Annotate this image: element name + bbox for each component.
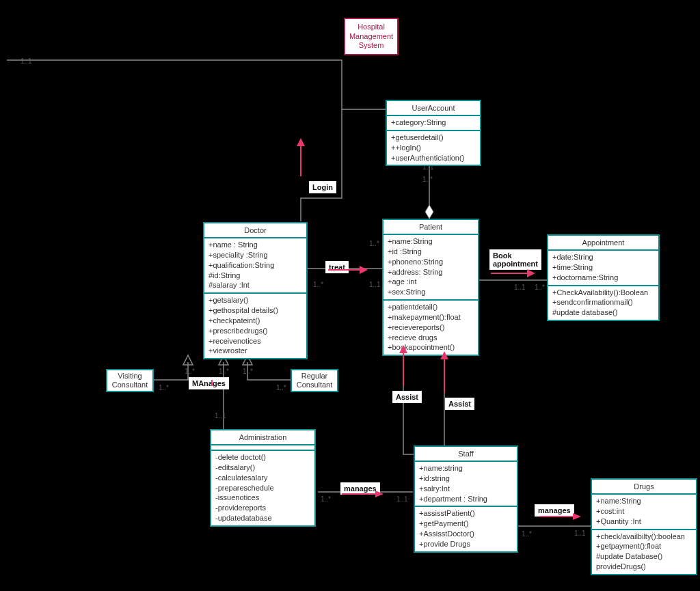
label-manages-doctor: MAnages xyxy=(189,377,229,389)
ops: +patientdetail() +makepayment():float +r… xyxy=(383,301,478,355)
label-assist-2: Assist xyxy=(445,398,474,410)
svg-text:1..*: 1..* xyxy=(369,240,379,247)
label-assist-1: Assist xyxy=(392,391,422,403)
label-treat: treat xyxy=(325,261,349,273)
ops: -delete doctot() -editsalary() -calculat… xyxy=(211,451,314,525)
svg-text:1..1: 1..1 xyxy=(574,530,586,537)
label-login: Login xyxy=(309,181,336,193)
attrs: +date:String +time:String +doctorname:St… xyxy=(548,251,658,286)
ops: +getuserdetail() ++logIn() +userAuthenti… xyxy=(387,131,480,165)
class-patient[interactable]: Patient +name:String +id :String +phonen… xyxy=(382,219,479,356)
svg-text:1..1: 1..1 xyxy=(514,284,526,291)
class-staff[interactable]: Staff +name:string +id:string +salry:Int… xyxy=(414,445,518,553)
class-drugs[interactable]: Drugs +name:String +cost:int +Quantity :… xyxy=(591,478,697,575)
class-title: Doctor xyxy=(204,223,306,238)
svg-text:1..*: 1..* xyxy=(276,384,286,391)
attrs xyxy=(211,445,314,451)
diagram-title: Hospital Management System xyxy=(344,18,399,55)
svg-text:1..*: 1..* xyxy=(185,368,195,375)
attrs: +name:string +id:string +salry:Int +depa… xyxy=(415,462,517,507)
class-title: Staff xyxy=(415,447,517,462)
class-title: Appointment xyxy=(548,236,658,251)
ops: +check/availbilty():boolean +getpayment(… xyxy=(592,530,696,574)
attrs: +category:String xyxy=(387,116,480,131)
svg-text:1..1: 1..1 xyxy=(215,412,226,420)
class-appointment[interactable]: Appointment +date:String +time:String +d… xyxy=(547,234,660,321)
svg-text:1..*: 1..* xyxy=(243,368,253,375)
label-manages-staff: manages xyxy=(340,482,380,495)
class-administration[interactable]: Administration -delete doctot() -editsal… xyxy=(210,429,316,527)
svg-text:1..1: 1..1 xyxy=(369,281,381,288)
class-useraccount[interactable]: UserAccount +category:String +getuserdet… xyxy=(386,100,481,166)
svg-text:1..*: 1..* xyxy=(313,281,323,288)
attrs: +name:String +cost:int +Quantity :Int xyxy=(592,495,696,530)
svg-text:1..*: 1..* xyxy=(522,530,532,538)
svg-text:1..*: 1..* xyxy=(321,495,331,503)
svg-text:1..*: 1..* xyxy=(219,368,229,375)
label-manages-drugs: manages xyxy=(535,504,574,517)
svg-text:1..*: 1..* xyxy=(159,384,169,391)
svg-marker-1 xyxy=(425,205,433,219)
ops: +getsalary() +gethospital details() +che… xyxy=(204,294,306,358)
class-doctor[interactable]: Doctor +name : String +speciality :Strin… xyxy=(203,222,308,359)
class-title: Patient xyxy=(383,220,478,235)
svg-text:1..1: 1..1 xyxy=(396,495,408,503)
class-title: Drugs xyxy=(592,480,696,495)
class-title: Administration xyxy=(211,430,314,445)
ops: +CheckAvailability():Boolean +sendconfir… xyxy=(548,286,658,320)
class-regular-consultant[interactable]: Regular Consultant xyxy=(291,369,338,392)
mult-top-left: 1..1 xyxy=(21,57,32,65)
ops: +assisstPatient() +getPayment() +Assisst… xyxy=(415,507,517,551)
attrs: +name : String +speciality :String +qual… xyxy=(204,238,306,294)
svg-text:1..*: 1..* xyxy=(535,284,545,291)
svg-text:1..*: 1..* xyxy=(422,176,433,183)
attrs: +name:String +id :String +phoneno:String… xyxy=(383,235,478,301)
class-title: UserAccount xyxy=(387,101,480,116)
label-book: Book appointment xyxy=(489,249,541,270)
class-visiting-consultant[interactable]: Visiting Consultant xyxy=(106,369,154,392)
